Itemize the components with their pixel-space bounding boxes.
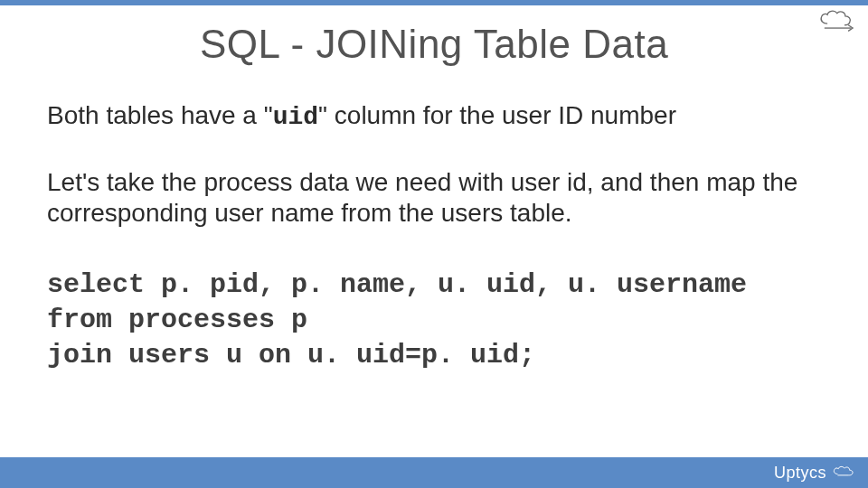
footer-bar: Uptycs <box>0 457 868 488</box>
brand-cloud-icon <box>830 464 855 483</box>
slide-title: SQL - JOINing Table Data <box>0 22 868 67</box>
brand-label: Uptycs <box>774 464 855 483</box>
slide: SQL - JOINing Table Data Both tables hav… <box>0 0 868 488</box>
slide-body: Both tables have a "uid" column for the … <box>47 99 821 373</box>
top-accent-bar <box>0 0 868 5</box>
paragraph-1: Both tables have a "uid" column for the … <box>47 99 821 133</box>
paragraph-2: Let's take the process data we need with… <box>47 167 821 228</box>
sql-code-block: select p. pid, p. name, u. uid, u. usern… <box>47 267 821 373</box>
